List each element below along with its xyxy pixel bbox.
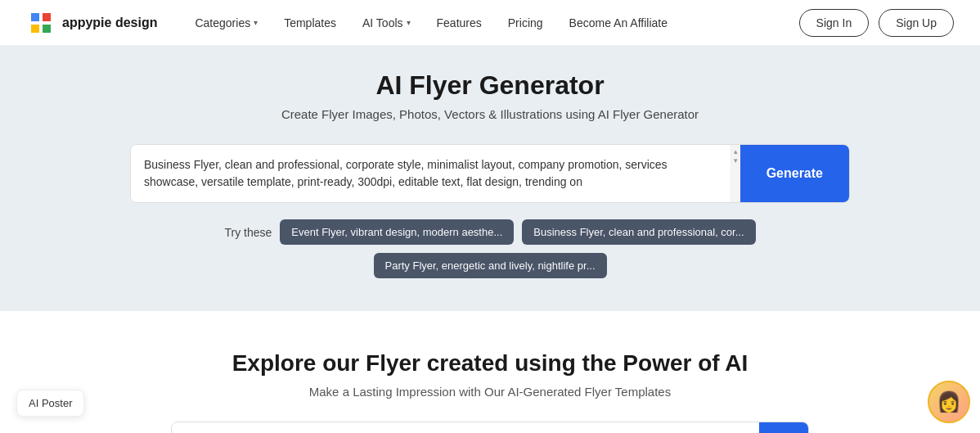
try-these-section: Try these Event Flyer, vibrant design, m… — [130, 219, 850, 278]
prompt-area: ▲ ▼ Generate — [130, 144, 850, 203]
nav-pricing[interactable]: Pricing — [497, 11, 555, 34]
explore-title: Explore our Flyer created using the Powe… — [26, 350, 954, 377]
prompt-scrollbar: ▲ ▼ — [731, 145, 740, 202]
main-nav: Categories ▾ Templates AI Tools ▾ Featur… — [183, 11, 798, 34]
chevron-down-icon: ▾ — [254, 18, 258, 27]
ai-poster-label: AI Poster — [29, 397, 72, 409]
try-chip-2[interactable]: Party Flyer, energetic and lively, night… — [374, 253, 607, 278]
svg-rect-0 — [26, 8, 56, 38]
nav-ai-tools[interactable]: AI Tools ▾ — [351, 11, 422, 34]
header-actions: Sign In Sign Up — [799, 9, 954, 37]
try-chip-1[interactable]: Business Flyer, clean and professional, … — [522, 219, 755, 245]
try-these-label: Try these — [224, 226, 272, 239]
search-button[interactable] — [759, 422, 808, 433]
svg-marker-4 — [43, 25, 51, 33]
nav-features[interactable]: Features — [425, 11, 493, 34]
hero-section: AI Flyer Generator Create Flyer Images, … — [0, 46, 980, 311]
logo-text: appypie design — [62, 16, 157, 30]
explore-subtitle: Make a Lasting Impression with Our AI-Ge… — [26, 385, 954, 399]
sign-in-button[interactable]: Sign In — [799, 9, 870, 37]
explore-section: Explore our Flyer created using the Powe… — [0, 311, 980, 433]
search-bar — [171, 422, 809, 433]
search-input[interactable] — [172, 422, 759, 433]
sign-up-button[interactable]: Sign Up — [879, 9, 954, 37]
nav-affiliate[interactable]: Become An Affiliate — [558, 11, 679, 34]
svg-marker-1 — [31, 13, 39, 21]
scroll-up-icon[interactable]: ▲ — [732, 148, 739, 156]
svg-marker-2 — [43, 13, 51, 21]
hero-title: AI Flyer Generator — [0, 70, 980, 101]
hero-subtitle: Create Flyer Images, Photos, Vectors & I… — [0, 107, 980, 121]
prompt-input[interactable] — [131, 145, 731, 202]
logo-icon — [26, 8, 56, 38]
nav-categories[interactable]: Categories ▾ — [183, 11, 269, 34]
chevron-down-icon-2: ▾ — [407, 18, 411, 27]
generate-button[interactable]: Generate — [740, 145, 849, 202]
support-avatar[interactable]: 👩 — [928, 381, 970, 423]
scroll-down-icon[interactable]: ▼ — [732, 157, 739, 165]
ai-poster-badge[interactable]: AI Poster — [16, 390, 84, 417]
try-chip-0[interactable]: Event Flyer, vibrant design, modern aest… — [280, 219, 514, 245]
logo[interactable]: appypie design — [26, 8, 157, 38]
header: appypie design Categories ▾ Templates AI… — [0, 0, 980, 46]
nav-templates[interactable]: Templates — [272, 11, 348, 34]
avatar-emoji: 👩 — [937, 390, 961, 413]
svg-marker-3 — [31, 25, 39, 33]
